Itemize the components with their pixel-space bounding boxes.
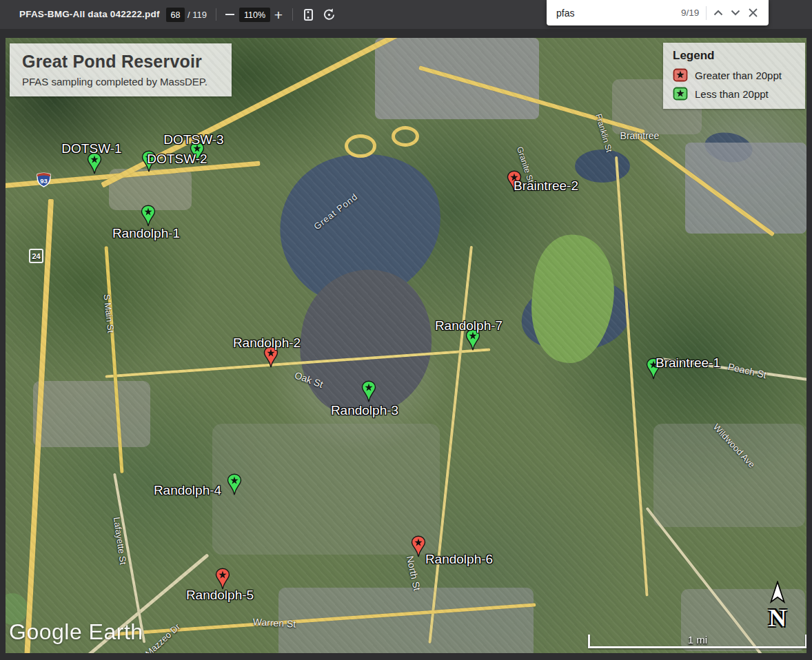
fit-to-page-button[interactable]	[298, 3, 318, 25]
find-close-button[interactable]	[744, 3, 762, 23]
find-previous-button[interactable]	[709, 3, 727, 23]
minus-icon	[225, 14, 234, 15]
findbar-divider	[706, 6, 707, 20]
map-subtitle: PFAS sampling completed by MassDEP.	[22, 76, 219, 87]
legend-title: Legend	[673, 49, 795, 63]
map-marker-label: Randolph-7	[435, 318, 503, 333]
zoom-level-display: 110%	[239, 8, 270, 22]
map-marker-label: Randolph-3	[331, 403, 398, 418]
fit-page-icon	[304, 9, 313, 21]
north-letter: N	[761, 607, 794, 629]
road-label: Warren St	[252, 616, 296, 629]
road-label: North St	[405, 555, 423, 592]
map-title-box: Great Pond Reservoir PFAS sampling compl…	[10, 43, 232, 96]
zoom-in-button[interactable]: +	[268, 3, 289, 25]
route-24-shield: 24	[29, 249, 43, 263]
legend-item: Less than 20ppt	[673, 87, 795, 101]
red-pin-icon	[411, 535, 426, 557]
interstate-93-shield: 93	[36, 170, 52, 187]
find-next-button[interactable]	[727, 3, 744, 23]
map-marker-label: Randolph-2	[233, 336, 301, 351]
scale-bar: 1 mi	[588, 635, 806, 648]
green-pin-icon	[141, 205, 156, 227]
find-bar: 9/19	[547, 0, 769, 25]
north-arrow-icon	[768, 581, 787, 604]
zoom-out-button[interactable]	[219, 3, 240, 25]
road-label: Braintree	[620, 130, 660, 141]
map-marker-label: DOTSW-1	[61, 141, 121, 156]
map-marker-pin	[227, 473, 242, 498]
find-match-count: 9/19	[681, 8, 699, 18]
road-label: Peach St	[727, 361, 768, 380]
svg-text:93: 93	[40, 177, 48, 185]
plus-icon: +	[274, 8, 283, 22]
map-marker-label: Randolph-4	[154, 483, 221, 498]
chevron-down-icon	[731, 10, 740, 16]
green-pin-icon	[227, 473, 242, 495]
road-label: Franklin St	[593, 113, 613, 154]
red-pin-icon	[215, 568, 230, 590]
red-star-chip-icon	[673, 68, 688, 82]
map-marker-label: Braintree-1	[656, 355, 720, 371]
find-input[interactable]	[556, 8, 681, 19]
legend-item-label: Greater than 20ppt	[695, 70, 782, 81]
pdf-viewer-window: PFAS-BMG-All data 042222.pdf / 119 110% …	[0, 0, 812, 660]
pdf-page-map: 93 24 Great Pond Reservoir PFAS sampling…	[6, 38, 806, 653]
legend-items: Greater than 20ppt Less than 20ppt	[673, 68, 795, 101]
scale-label: 1 mi	[688, 635, 707, 645]
road-label: S Main St	[102, 293, 116, 333]
map-marker-label: Randolph-6	[425, 552, 493, 567]
road-label: Mazzeo Dr	[143, 621, 182, 653]
legend-item: Greater than 20ppt	[673, 68, 795, 82]
map-marker-label: Braintree-2	[514, 178, 578, 194]
map-marker-label: DOTSW-2	[147, 152, 207, 167]
map-title: Great Pond Reservoir	[22, 52, 219, 72]
google-earth-logo: Google Earth	[9, 619, 143, 645]
page-count-label: / 119	[187, 0, 207, 29]
page-number-input[interactable]	[166, 8, 185, 22]
chevron-up-icon	[713, 10, 723, 16]
legend-item-label: Less than 20ppt	[695, 88, 769, 100]
green-star-chip-icon	[673, 87, 688, 101]
map-marker-pin	[411, 535, 426, 560]
map-marker-pin	[361, 380, 376, 405]
toolbar-divider	[216, 8, 216, 21]
map-marker-label: Randolph-5	[186, 588, 254, 603]
map-marker-label: DOTSW-3	[163, 132, 223, 147]
map-legend: Legend Greater than 20ppt Less than 20pp…	[663, 43, 805, 109]
rotate-icon	[323, 8, 336, 21]
toolbar-divider	[292, 8, 293, 21]
document-title: PFAS-BMG-All data 042222.pdf	[19, 0, 160, 29]
green-pin-icon	[361, 380, 376, 402]
north-indicator: N	[761, 581, 794, 629]
close-icon	[749, 8, 758, 17]
rotate-button[interactable]	[318, 3, 339, 25]
map-marker-label: Randolph-1	[112, 226, 180, 241]
